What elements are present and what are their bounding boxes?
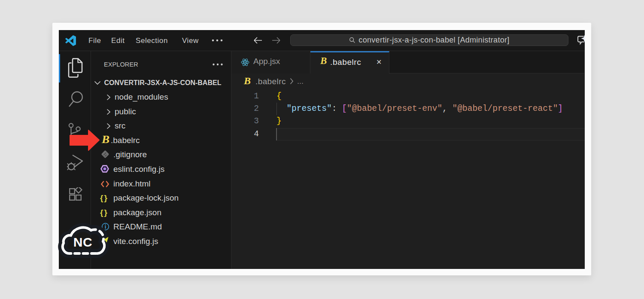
svg-text:NC: NC: [73, 235, 92, 249]
